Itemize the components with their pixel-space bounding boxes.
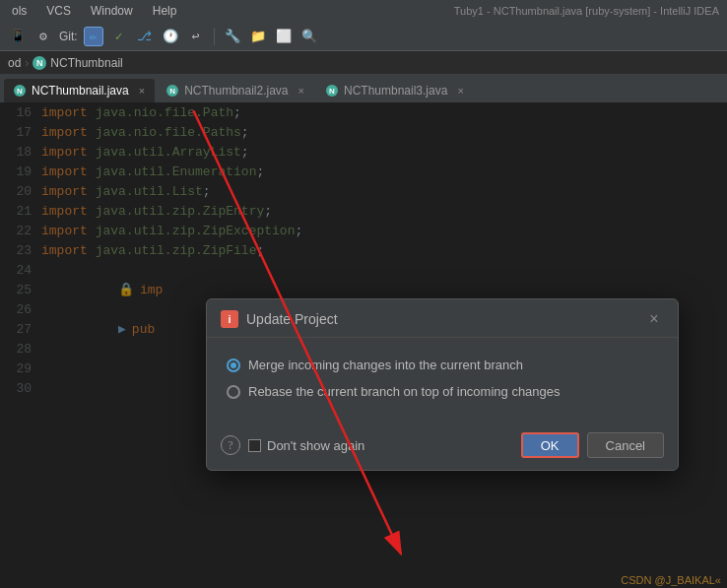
dialog-title: Update Project: [246, 311, 636, 327]
radio-merge[interactable]: [227, 359, 240, 372]
update-project-dialog: i Update Project × Merge incoming change…: [206, 298, 679, 471]
radio-rebase[interactable]: [227, 385, 240, 399]
tab-icon-3: N: [326, 85, 338, 97]
folder-icon[interactable]: 📁: [248, 27, 268, 46]
radio-option-rebase[interactable]: Rebase the current branch on top of inco…: [227, 384, 658, 399]
dialog-close-button[interactable]: ×: [644, 309, 664, 329]
ok-button[interactable]: OK: [521, 432, 579, 458]
tab-ncthumbnail[interactable]: N NCThumbnail.java ×: [4, 79, 155, 102]
git-branch-icon[interactable]: ⎇: [135, 27, 155, 46]
title-bar-text: Tuby1 - NCThumbnail.java [ruby-system] -…: [454, 5, 719, 17]
dont-show-again-area: Don't show again: [248, 438, 364, 453]
cancel-button[interactable]: Cancel: [587, 432, 664, 458]
menu-item-window[interactable]: Window: [87, 2, 137, 20]
tab-label-1: NCThumbnail.java: [32, 84, 129, 98]
breadcrumb-item: NCThumbnail: [50, 56, 122, 70]
code-container: 16 import java.nio.file.Path; 17 import …: [0, 102, 727, 588]
dialog-title-icon: i: [221, 310, 238, 328]
git-check-icon[interactable]: ✓: [109, 27, 129, 46]
menu-item-ols[interactable]: ols: [8, 2, 31, 20]
tab-close-1[interactable]: ×: [139, 85, 145, 97]
tab-ncthumbnail3[interactable]: N NCThumbnail3.java ×: [316, 79, 474, 102]
tab-label-2: NCThumbnail2.java: [184, 84, 288, 98]
radio-option-merge[interactable]: Merge incoming changes into the current …: [227, 358, 658, 372]
git-label: Git:: [59, 30, 78, 43]
menu-bar: ols VCS Window Help Tuby1 - NCThumbnail.…: [0, 0, 727, 22]
git-history-icon[interactable]: 🕐: [161, 27, 180, 46]
breadcrumb-bar: od › N NCThumbnail: [0, 51, 727, 75]
breadcrumb-icon: N: [33, 56, 46, 70]
dont-show-again-checkbox[interactable]: [248, 439, 261, 452]
dialog-overlay: i Update Project × Merge incoming change…: [0, 102, 727, 588]
tab-icon-2: N: [166, 85, 178, 97]
radio-merge-label: Merge incoming changes into the current …: [248, 358, 523, 372]
dialog-footer: ? Don't show again OK Cancel: [207, 425, 678, 470]
tab-icon-1: N: [14, 85, 26, 97]
help-button[interactable]: ?: [221, 435, 240, 455]
toolbar: 📱 ⚙ Git: ✏ ✓ ⎇ 🕐 ↩ 🔧 📁 ⬜ 🔍: [0, 22, 727, 51]
dialog-header: i Update Project ×: [207, 299, 678, 338]
radio-rebase-label: Rebase the current branch on top of inco…: [248, 384, 561, 399]
tab-label-3: NCThumbnail3.java: [344, 84, 447, 98]
tabs-bar: N NCThumbnail.java × N NCThumbnail2.java…: [0, 75, 727, 102]
menu-item-help[interactable]: Help: [149, 2, 181, 20]
menu-item-vcs[interactable]: VCS: [42, 2, 75, 20]
window-icon[interactable]: ⬜: [274, 27, 294, 46]
wrench-icon[interactable]: 🔧: [223, 27, 242, 46]
device-icon[interactable]: 📱: [8, 27, 28, 46]
breadcrumb-root: od: [8, 56, 21, 70]
git-edit-icon[interactable]: ✏: [84, 27, 103, 46]
dialog-body: Merge incoming changes into the current …: [207, 338, 678, 425]
breadcrumb-separator: ›: [25, 56, 29, 70]
tab-close-2[interactable]: ×: [298, 85, 304, 97]
separator-1: [214, 28, 215, 45]
tab-ncthumbnail2[interactable]: N NCThumbnail2.java ×: [157, 79, 314, 102]
tab-close-3[interactable]: ×: [457, 85, 463, 97]
settings-icon[interactable]: ⚙: [33, 27, 53, 46]
dont-show-again-label: Don't show again: [267, 438, 364, 453]
undo-icon[interactable]: ↩: [186, 27, 206, 46]
search-icon[interactable]: 🔍: [299, 27, 319, 46]
